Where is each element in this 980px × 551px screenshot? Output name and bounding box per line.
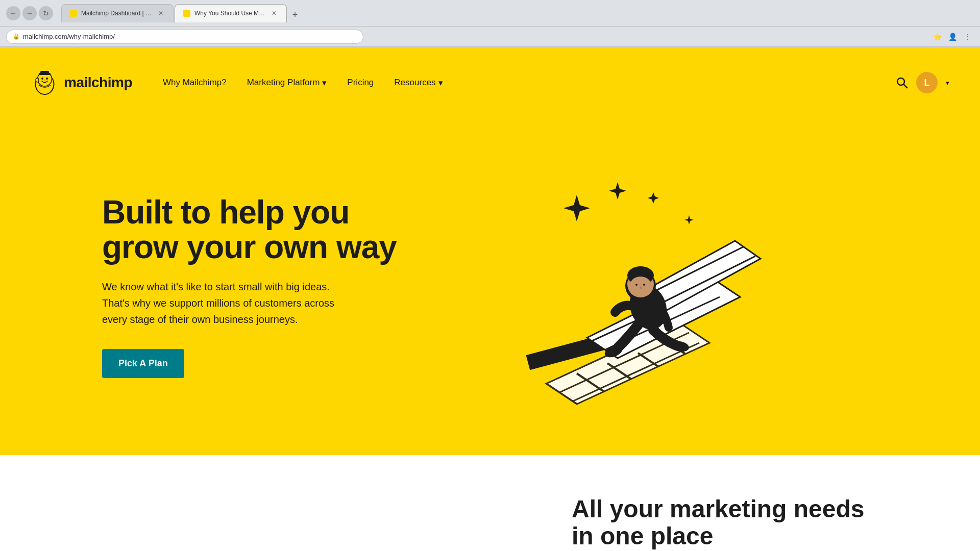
tabs-bar: Mailchimp Dashboard | Teach... ✕ Why You… xyxy=(61,4,302,22)
extensions-icon[interactable]: ⭐ xyxy=(931,31,943,43)
toolbar-icons: ⭐ 👤 ⋮ xyxy=(931,31,974,43)
nav-resources[interactable]: Resources ▾ xyxy=(394,78,443,88)
below-fold-section: All your marketing needs in one place xyxy=(0,455,980,551)
tab-2-close[interactable]: ✕ xyxy=(270,9,278,17)
site-nav: mailchimp Why Mailchimp? Marketing Platf… xyxy=(0,47,980,118)
below-fold-content: All your marketing needs in one place xyxy=(572,496,878,550)
tab-1[interactable]: Mailchimp Dashboard | Teach... ✕ xyxy=(61,4,174,22)
logo-link[interactable]: mailchimp xyxy=(31,69,132,97)
tab-1-close[interactable]: ✕ xyxy=(157,9,165,17)
svg-point-46 xyxy=(635,284,638,286)
tab-1-favicon xyxy=(70,10,77,17)
menu-icon[interactable]: ⋮ xyxy=(962,31,974,43)
address-text: mailchimp.com/why-mailchimp/ xyxy=(23,33,115,40)
search-button[interactable] xyxy=(896,77,908,89)
reload-button[interactable]: ↻ xyxy=(39,6,53,20)
svg-point-45 xyxy=(629,277,652,297)
pick-a-plan-button[interactable]: Pick A Plan xyxy=(102,349,184,378)
svg-point-3 xyxy=(41,78,43,80)
svg-point-7 xyxy=(36,78,39,82)
user-avatar[interactable]: L xyxy=(916,72,938,93)
back-button[interactable]: ← xyxy=(6,6,20,20)
logo-icon xyxy=(31,69,59,97)
address-bar[interactable]: 🔒 mailchimp.com/why-mailchimp/ xyxy=(6,30,363,44)
hero-section: Built to help you grow your own way We k… xyxy=(0,118,980,455)
logo-text: mailchimp xyxy=(64,74,132,91)
svg-rect-6 xyxy=(40,71,49,74)
lock-icon: 🔒 xyxy=(13,33,20,40)
nav-links: Why Mailchimp? Marketing Platform ▾ Pric… xyxy=(163,78,443,88)
chevron-down-icon-2: ▾ xyxy=(438,78,443,88)
nav-why-mailchimp[interactable]: Why Mailchimp? xyxy=(163,78,227,88)
address-bar-row: 🔒 mailchimp.com/why-mailchimp/ ⭐ 👤 ⋮ xyxy=(0,27,980,47)
hero-content: Built to help you grow your own way We k… xyxy=(102,195,398,378)
tab-2-label: Why You Should Use Mailchi... xyxy=(194,10,266,17)
search-icon xyxy=(896,77,908,89)
browser-tab-bar: ← → ↻ Mailchimp Dashboard | Teach... ✕ W… xyxy=(0,0,980,27)
nav-right: L ▾ xyxy=(896,72,949,93)
hero-title: Built to help you grow your own way xyxy=(102,195,398,264)
website-content: mailchimp Why Mailchimp? Marketing Platf… xyxy=(0,47,980,551)
svg-line-10 xyxy=(904,85,908,88)
nav-marketing-platform[interactable]: Marketing Platform ▾ xyxy=(247,78,327,88)
avatar-chevron-icon[interactable]: ▾ xyxy=(946,79,949,87)
forward-button[interactable]: → xyxy=(22,6,37,20)
svg-point-47 xyxy=(643,284,645,286)
hero-subtitle: We know what it's like to start small wi… xyxy=(102,279,347,328)
avatar-initial: L xyxy=(924,78,930,88)
profile-icon[interactable]: 👤 xyxy=(946,31,959,43)
nav-pricing[interactable]: Pricing xyxy=(347,78,374,88)
tab-2[interactable]: Why You Should Use Mailchi... ✕ xyxy=(175,4,287,22)
svg-point-8 xyxy=(44,79,46,81)
svg-point-4 xyxy=(46,78,48,80)
tab-1-label: Mailchimp Dashboard | Teach... xyxy=(81,10,153,17)
below-fold-title: All your marketing needs in one place xyxy=(572,496,878,550)
browser-nav-controls: ← → ↻ xyxy=(6,6,53,20)
hero-illustration xyxy=(398,164,888,409)
tab-2-favicon xyxy=(183,10,190,17)
hero-illustration-svg xyxy=(516,164,771,409)
chevron-down-icon: ▾ xyxy=(322,78,327,88)
new-tab-button[interactable]: + xyxy=(288,8,302,22)
